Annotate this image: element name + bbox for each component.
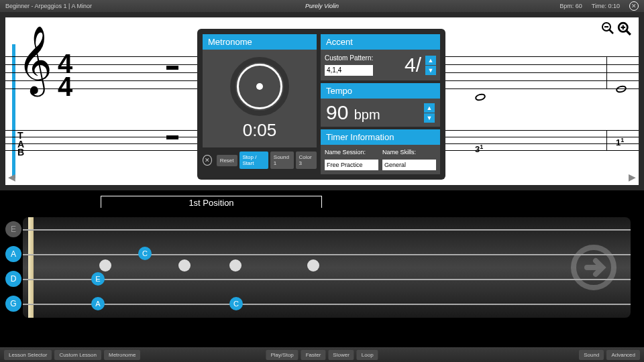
- fret-note-c1[interactable]: C: [138, 247, 152, 260]
- pattern-label: Custom Pattern:: [325, 54, 400, 62]
- fret-marker-4: [307, 259, 319, 272]
- metronome-dial[interactable]: 0:05: [203, 50, 317, 147]
- pattern-input[interactable]: [325, 65, 373, 76]
- prev-page-icon[interactable]: ◀: [8, 172, 15, 182]
- metronome-title: Metronome: [203, 34, 317, 50]
- fingering-1: 31: [475, 143, 483, 154]
- scroll-right-icon[interactable]: [570, 244, 617, 291]
- rest-1: [166, 66, 178, 70]
- skills-label: Name Skills:: [382, 149, 436, 156]
- accent-display: 4/: [405, 54, 421, 76]
- lesson-selector-button[interactable]: Lesson Selector: [4, 350, 52, 360]
- custom-lesson-button[interactable]: Custom Lesson: [54, 350, 101, 360]
- open-a[interactable]: A: [5, 246, 21, 262]
- fret-note-a1[interactable]: A: [91, 297, 105, 310]
- fret-marker-3: [229, 259, 241, 272]
- sound-button[interactable]: Sound: [579, 350, 604, 360]
- lesson-title: Beginner - Arpeggios 1 | A Minor: [5, 3, 92, 9]
- metronome-panel: Metronome 0:05 ✕ Reset Stop / Start Soun…: [197, 29, 445, 180]
- position-label: 1st Position: [101, 196, 322, 208]
- string-d: [23, 279, 631, 280]
- bottom-bar: Lesson Selector Custom Lesson Metronome …: [0, 347, 644, 362]
- sound-select-button[interactable]: Sound 1: [270, 152, 294, 169]
- fret-marker-1: [99, 259, 111, 272]
- stop-start-button[interactable]: Stop / Start: [239, 152, 268, 169]
- score-area: 𝄞 4 4 T A B 31 11 ◀ ▶ Metronome 0:05: [0, 12, 644, 190]
- accent-title: Accent: [321, 34, 440, 50]
- accent-down-icon[interactable]: ▼: [425, 66, 436, 75]
- treble-clef: 𝄞: [17, 43, 52, 78]
- app-logo: Purely Violin: [305, 3, 339, 9]
- advanced-button[interactable]: Advanced: [606, 350, 640, 360]
- zoom-in-icon[interactable]: [617, 21, 632, 40]
- faster-button[interactable]: Faster: [301, 350, 326, 360]
- neck: [23, 217, 631, 318]
- string-e: [23, 229, 631, 231]
- skills-input[interactable]: [382, 160, 436, 170]
- fret-note-c2[interactable]: C: [229, 297, 243, 310]
- tempo-up-icon[interactable]: ▲: [424, 103, 435, 113]
- loop-button[interactable]: Loop: [357, 350, 378, 360]
- fret-marker-2: [178, 259, 191, 272]
- open-e[interactable]: E: [5, 221, 21, 237]
- metronome-elapsed: 0:05: [243, 120, 277, 141]
- next-page-icon[interactable]: ▶: [629, 172, 636, 182]
- top-bar: Beginner - Arpeggios 1 | A Minor Purely …: [0, 0, 644, 12]
- barline-1: [606, 56, 607, 88]
- color-select-button[interactable]: Color 3: [296, 152, 317, 169]
- tab-rest-1: [166, 135, 178, 139]
- tab-barline-1: [606, 130, 607, 150]
- string-g: [23, 304, 631, 305]
- open-g[interactable]: G: [5, 296, 21, 312]
- fretboard: 1st Position E A D G C E A C: [0, 190, 644, 337]
- session-input[interactable]: [325, 160, 378, 170]
- svg-line-1: [609, 29, 613, 34]
- tempo-down-icon[interactable]: ▼: [424, 113, 435, 123]
- svg-line-4: [626, 30, 631, 35]
- slower-button[interactable]: Slower: [328, 350, 354, 360]
- time-readout: Time: 0:10: [592, 3, 620, 9]
- play-stop-button[interactable]: Play/Stop: [266, 350, 298, 360]
- fingering-2: 11: [616, 137, 624, 147]
- metronome-button[interactable]: Metronome: [104, 350, 140, 360]
- nut: [28, 217, 34, 318]
- accent-up-icon[interactable]: ▲: [425, 56, 436, 65]
- metronome-close-icon[interactable]: ✕: [203, 155, 212, 166]
- session-label: Name Session:: [325, 149, 378, 156]
- open-d[interactable]: D: [5, 271, 21, 287]
- timer-title: Timer Information: [321, 129, 440, 145]
- reset-button[interactable]: Reset: [217, 155, 237, 166]
- fret-note-e1[interactable]: E: [91, 272, 105, 286]
- time-signature: 4 4: [58, 52, 72, 98]
- string-a: [23, 254, 631, 255]
- close-icon[interactable]: ✕: [629, 1, 639, 11]
- tempo-display: 90 bpm: [326, 101, 420, 124]
- zoom-out-icon[interactable]: [601, 21, 614, 40]
- bpm-readout: Bpm: 60: [559, 3, 582, 9]
- tempo-title: Tempo: [321, 83, 440, 99]
